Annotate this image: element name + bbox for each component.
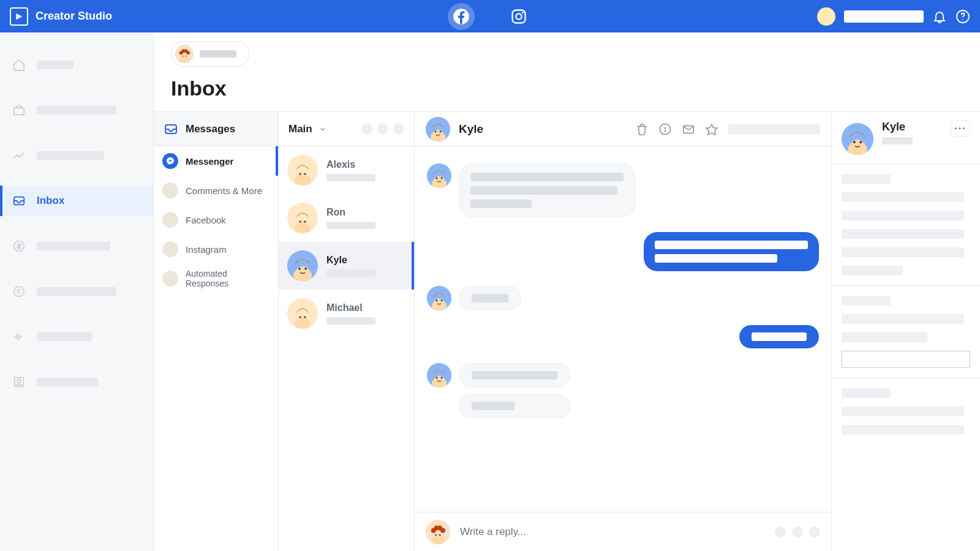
message-line-placeholder xyxy=(470,200,532,208)
svg-point-16 xyxy=(516,13,521,19)
message-outgoing xyxy=(427,232,819,271)
label-input[interactable] xyxy=(842,351,970,368)
thread-filter-dot[interactable] xyxy=(393,124,404,135)
star-icon[interactable] xyxy=(705,122,718,136)
message-line-placeholder xyxy=(472,371,557,380)
trash-icon[interactable] xyxy=(635,122,649,136)
svg-point-29 xyxy=(665,130,665,131)
category-messenger[interactable]: Messenger xyxy=(154,146,278,176)
page-title: Inbox xyxy=(171,77,963,100)
thread-list-header: Main xyxy=(279,112,414,146)
svg-point-23 xyxy=(14,287,24,297)
category-label: Messenger xyxy=(186,156,233,167)
app-logo-icon xyxy=(10,7,28,26)
thread-avatar xyxy=(287,203,318,233)
category-dot-icon xyxy=(162,182,178,198)
user-name-placeholder xyxy=(844,10,924,23)
nav-item-account[interactable] xyxy=(0,367,153,397)
left-navigation: Inbox xyxy=(0,32,154,551)
categories-header-label: Messages xyxy=(186,123,235,135)
conversation-header-placeholder xyxy=(728,124,820,135)
detail-placeholder xyxy=(842,388,891,398)
compose-action-dot[interactable] xyxy=(792,527,803,538)
nav-item-home[interactable] xyxy=(0,50,153,80)
facebook-platform-button[interactable] xyxy=(448,3,475,30)
contact-section xyxy=(832,378,980,444)
category-comments[interactable]: Comments & More xyxy=(154,176,278,205)
message-bubble xyxy=(459,286,521,310)
contact-details-panel: Kyle ··· xyxy=(832,112,980,551)
thread-item[interactable]: Alexis xyxy=(279,146,414,194)
nav-item-insights[interactable] xyxy=(0,140,153,171)
help-icon[interactable] xyxy=(956,9,970,24)
user-avatar[interactable] xyxy=(817,7,835,26)
categories-header: Messages xyxy=(154,112,278,146)
svg-point-17 xyxy=(522,12,524,13)
svg-point-19 xyxy=(962,19,963,20)
nav-item-content[interactable] xyxy=(0,95,153,126)
compose-action-dot[interactable] xyxy=(775,527,786,538)
thread-name: Michael xyxy=(326,302,375,313)
messenger-icon xyxy=(162,153,178,169)
detail-placeholder xyxy=(842,425,964,435)
spam-icon[interactable] xyxy=(658,122,672,136)
app-header: Creator Studio xyxy=(0,0,980,32)
message-line-placeholder xyxy=(655,241,808,249)
message-bubble xyxy=(459,163,635,217)
instagram-platform-button[interactable] xyxy=(505,3,532,30)
contact-section xyxy=(832,164,980,286)
detail-placeholder xyxy=(842,174,891,184)
detail-placeholder xyxy=(842,229,964,239)
person-icon xyxy=(12,375,26,389)
page-selector-chip[interactable] xyxy=(171,41,249,67)
contact-more-button[interactable]: ··· xyxy=(951,121,970,137)
message-bubble xyxy=(739,325,819,348)
thread-avatar xyxy=(287,298,318,329)
page-avatar-icon xyxy=(175,45,194,63)
thread-preview-placeholder xyxy=(326,222,375,229)
chevron-down-icon xyxy=(318,125,327,133)
category-label: Instagram xyxy=(186,244,227,255)
message-outgoing xyxy=(427,325,819,348)
nav-label-placeholder xyxy=(37,106,116,114)
message-avatar xyxy=(427,363,451,388)
nav-label-placeholder xyxy=(37,61,74,69)
sound-icon xyxy=(12,330,26,343)
detail-placeholder xyxy=(842,296,891,305)
notifications-icon[interactable] xyxy=(932,9,947,24)
message-line-placeholder xyxy=(470,186,617,195)
thread-item[interactable]: Michael xyxy=(279,290,414,337)
compose-bar xyxy=(415,512,831,551)
message-incoming xyxy=(427,363,819,418)
page-name-placeholder xyxy=(200,50,236,58)
thread-item[interactable]: Kyle xyxy=(279,242,414,290)
category-label: Comments & More xyxy=(186,186,262,196)
inbox-icon xyxy=(12,194,26,208)
nav-label-placeholder xyxy=(37,332,92,341)
thread-filter-dot[interactable] xyxy=(361,124,372,135)
category-instagram[interactable]: Instagram xyxy=(154,234,278,264)
messages-icon xyxy=(164,122,178,137)
nav-item-sound[interactable] xyxy=(0,321,153,352)
app-title: Creator Studio xyxy=(36,10,112,23)
thread-preview-placeholder xyxy=(326,269,375,277)
nav-item-monetization[interactable] xyxy=(0,231,153,261)
folder-selector[interactable]: Main xyxy=(288,123,312,135)
detail-placeholder xyxy=(842,332,927,342)
compose-action-dot[interactable] xyxy=(809,527,820,538)
compose-avatar xyxy=(426,520,450,544)
conversation-panel: Kyle xyxy=(415,112,832,551)
detail-placeholder xyxy=(842,314,964,324)
category-facebook[interactable]: Facebook xyxy=(154,205,278,234)
contact-details-header: Kyle ··· xyxy=(832,112,980,164)
nav-item-inbox[interactable]: Inbox xyxy=(0,186,153,216)
mail-icon[interactable] xyxy=(682,122,695,136)
category-automated[interactable]: Automated Responses xyxy=(154,264,278,293)
thread-filter-dot[interactable] xyxy=(377,124,388,135)
reply-input[interactable] xyxy=(460,526,765,538)
thread-avatar xyxy=(287,155,318,186)
thread-item[interactable]: Ron xyxy=(279,194,414,242)
nav-label-placeholder xyxy=(37,378,98,386)
nav-item-rights[interactable] xyxy=(0,276,153,307)
thread-name: Ron xyxy=(326,207,375,218)
